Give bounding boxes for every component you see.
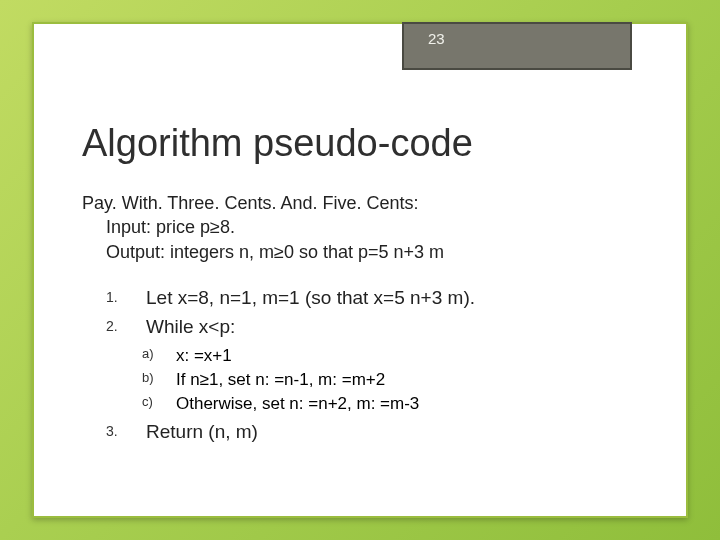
- substep-c: c) Otherwise, set n: =n+2, m: =m-3: [142, 393, 646, 415]
- substep-text: x: =x+1: [176, 346, 232, 365]
- substep-marker: b): [142, 370, 154, 387]
- page-number: 23: [428, 30, 445, 48]
- slide-content: Algorithm pseudo-code Pay. With. Three. …: [82, 122, 646, 448]
- alg-output: Output: integers n, m≥0 so that p=5 n+3 …: [82, 240, 646, 264]
- step-marker: 2.: [106, 317, 118, 335]
- step-2: 2. While x<p:: [106, 315, 646, 340]
- steps-list-cont: 3. Return (n, m): [82, 420, 646, 445]
- alg-input: Input: price p≥8.: [82, 215, 646, 239]
- substep-b: b) If n≥1, set n: =n-1, m: =m+2: [142, 369, 646, 391]
- step-text: Let x=8, n=1, m=1 (so that x=5 n+3 m).: [146, 287, 475, 308]
- slide-card: 23 Algorithm pseudo-code Pay. With. Thre…: [32, 22, 688, 518]
- page-number-box: 23: [402, 22, 632, 70]
- slide-stage: 23 Algorithm pseudo-code Pay. With. Thre…: [0, 0, 720, 540]
- slide-title: Algorithm pseudo-code: [82, 122, 646, 165]
- substep-marker: a): [142, 346, 154, 363]
- algorithm-header: Pay. With. Three. Cents. And. Five. Cent…: [82, 191, 646, 264]
- step-1: 1. Let x=8, n=1, m=1 (so that x=5 n+3 m)…: [106, 286, 646, 311]
- step-3: 3. Return (n, m): [106, 420, 646, 445]
- alg-name: Pay. With. Three. Cents. And. Five. Cent…: [82, 191, 646, 215]
- step-text: While x<p:: [146, 316, 235, 337]
- substep-text: If n≥1, set n: =n-1, m: =m+2: [176, 370, 385, 389]
- step-text: Return (n, m): [146, 421, 258, 442]
- substep-a: a) x: =x+1: [142, 345, 646, 367]
- step-marker: 1.: [106, 288, 118, 306]
- step-marker: 3.: [106, 422, 118, 440]
- substep-text: Otherwise, set n: =n+2, m: =m-3: [176, 394, 419, 413]
- steps-list: 1. Let x=8, n=1, m=1 (so that x=5 n+3 m)…: [82, 286, 646, 339]
- substep-marker: c): [142, 394, 153, 411]
- substeps-list: a) x: =x+1 b) If n≥1, set n: =n-1, m: =m…: [82, 345, 646, 415]
